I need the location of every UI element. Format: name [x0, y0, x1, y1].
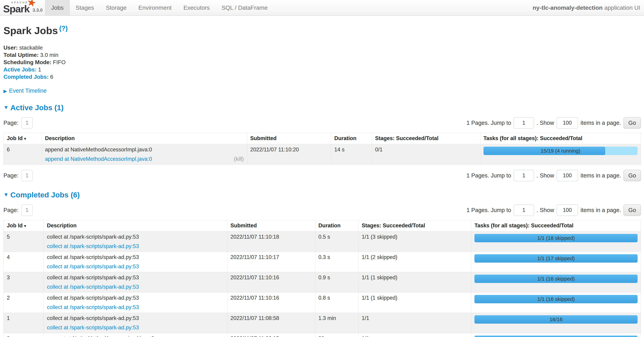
job-description-link[interactable]: collect at /spark-scripts/spark-ad.py:53: [47, 324, 139, 331]
job-submitted-cell: 2022/11/07 11:08:15: [227, 333, 315, 337]
column-stages[interactable]: Stages: Succeeded/Total: [358, 220, 471, 232]
nav-tab-sql-dataframe[interactable]: SQL / DataFrame: [216, 0, 274, 15]
nav-tab-jobs[interactable]: Jobs: [45, 0, 70, 15]
collapsed-arrow-icon: ▶: [4, 88, 7, 94]
page-number-input[interactable]: [21, 170, 33, 181]
job-submitted-cell: 2022/11/07 11:10:16: [227, 293, 315, 313]
page-number-input[interactable]: [21, 117, 33, 129]
jump-to-input[interactable]: [514, 204, 534, 216]
job-duration-cell: 0.9 s: [315, 272, 358, 293]
job-duration-cell: 14 s: [331, 144, 372, 165]
tasks-progress-bar: 1/1 (17 skipped): [474, 254, 638, 263]
summary-label-link[interactable]: Completed Jobs:: [4, 74, 49, 80]
nav-tab-executors[interactable]: Executors: [178, 0, 216, 15]
job-description-line2: collect at /spark-scripts/spark-ad.py:53: [47, 304, 224, 311]
kill-link[interactable]: (kill): [234, 156, 244, 162]
job-description-text: parquet at NativeMethodAccessorImpl.java…: [47, 335, 224, 337]
pages-jump-text: 1 Pages. Jump to: [466, 120, 511, 126]
event-timeline-toggle[interactable]: ▶Event Timeline: [4, 87, 641, 94]
table-header-row: Job Id▾DescriptionSubmittedDurationStage…: [4, 220, 641, 232]
column-job-id[interactable]: Job Id▾: [4, 133, 42, 144]
nav-tab-storage[interactable]: Storage: [100, 0, 132, 15]
job-stages-cell: 1/1 (3 skipped): [358, 232, 471, 252]
job-summary-list: User: stackableTotal Uptime: 3.0 minSche…: [4, 44, 641, 80]
jump-to-input[interactable]: [514, 170, 534, 181]
column-job-id[interactable]: Job Id▾: [4, 220, 44, 232]
completed-jobs-header[interactable]: ▼Completed Jobs (6): [4, 191, 641, 199]
job-description-cell: collect at /spark-scripts/spark-ad.py:53…: [44, 272, 227, 293]
job-tasks-cell: 1/1 (18 skipped): [471, 232, 641, 252]
job-description-link[interactable]: collect at /spark-scripts/spark-ad.py:53: [47, 263, 139, 270]
column-stages[interactable]: Stages: Succeeded/Total: [372, 133, 480, 144]
job-tasks-cell: 1/1 (16 skipped): [471, 293, 641, 313]
job-description-link[interactable]: collect at /spark-scripts/spark-ad.py:53: [47, 304, 139, 311]
tasks-progress-bar: 1/1 (16 skipped): [474, 275, 638, 283]
job-submitted-cell: 2022/11/07 11:10:17: [227, 252, 315, 272]
pagination-row: Page:1 Pages. Jump to. Showitems in a pa…: [4, 117, 641, 129]
job-description-line2: collect at /spark-scripts/spark-ad.py:53: [47, 284, 224, 290]
pagination-row: Page:1 Pages. Jump to. Showitems in a pa…: [4, 170, 641, 181]
items-per-page-input[interactable]: [556, 170, 578, 181]
column-duration[interactable]: Duration: [315, 220, 358, 232]
spark-logo: APACHE Spark ★ 3.3.0: [0, 0, 45, 15]
job-description-link[interactable]: append at NativeMethodAccessorImpl.java:…: [45, 156, 152, 162]
page-title-text: Spark Jobs: [4, 25, 58, 36]
go-button[interactable]: Go: [624, 170, 641, 181]
summary-value: 1: [38, 66, 41, 73]
items-in-page-text: items in a page.: [580, 120, 621, 126]
active-jobs-header[interactable]: ▼Active Jobs (1): [4, 103, 641, 112]
event-timeline-label: Event Timeline: [9, 87, 46, 94]
job-description-text: collect at /spark-scripts/spark-ad.py:53: [47, 315, 224, 322]
summary-label-link[interactable]: Active Jobs:: [4, 66, 36, 73]
progress-label: 1/1 (16 skipped): [474, 275, 638, 283]
active-jobs-table: Job Id▾DescriptionSubmittedDurationStage…: [4, 133, 641, 165]
column-description[interactable]: Description: [44, 220, 227, 232]
job-id-cell: 6: [4, 144, 42, 165]
summary-item: Active Jobs: 1: [4, 66, 641, 73]
progress-label: 16/16: [474, 315, 638, 324]
go-button[interactable]: Go: [624, 204, 641, 216]
column-submitted[interactable]: Submitted: [247, 133, 331, 144]
job-description-text: append at NativeMethodAccessorImpl.java:…: [45, 146, 244, 153]
go-button[interactable]: Go: [624, 117, 641, 129]
application-ui-suffix: application UI: [604, 4, 640, 11]
pages-jump-text: 1 Pages. Jump to: [466, 207, 511, 213]
nav-tab-stages[interactable]: Stages: [70, 0, 100, 15]
table-row: 5collect at /spark-scripts/spark-ad.py:5…: [4, 232, 641, 252]
items-per-page-input[interactable]: [556, 117, 578, 129]
jump-to-input[interactable]: [514, 117, 534, 129]
column-submitted[interactable]: Submitted: [227, 220, 315, 232]
column-tasks[interactable]: Tasks (for all stages): Succeeded/Total: [471, 220, 641, 232]
tasks-progress-bar: 15/19 (4 running): [484, 147, 638, 155]
nav-tab-environment[interactable]: Environment: [132, 0, 178, 15]
items-per-page-input[interactable]: [556, 204, 578, 216]
job-stages-cell: 1/1 (1 skipped): [358, 293, 471, 313]
job-description-link[interactable]: collect at /spark-scripts/spark-ad.py:53: [47, 284, 139, 290]
job-submitted-cell: 2022/11/07 11:08:58: [227, 313, 315, 333]
job-stages-cell: 1/1: [358, 313, 471, 333]
expanded-arrow-icon: ▼: [4, 192, 9, 197]
job-description-cell: collect at /spark-scripts/spark-ad.py:53…: [44, 313, 227, 333]
job-description-cell: collect at /spark-scripts/spark-ad.py:53…: [44, 232, 227, 252]
column-tasks[interactable]: Tasks (for all stages): Succeeded/Total: [480, 133, 641, 144]
job-description-link[interactable]: collect at /spark-scripts/spark-ad.py:53: [47, 243, 139, 250]
job-duration-cell: 0.3 s: [315, 252, 358, 272]
job-id-cell: 2: [4, 293, 44, 313]
summary-label: User:: [4, 44, 18, 51]
sort-desc-icon: ▾: [24, 136, 26, 141]
help-link[interactable]: (?): [59, 25, 68, 32]
job-description-text: collect at /spark-scripts/spark-ad.py:53: [47, 295, 224, 301]
pages-jump-text: 1 Pages. Jump to: [466, 172, 511, 179]
pagination-right: 1 Pages. Jump to. Showitems in a page.Go: [466, 117, 641, 129]
job-tasks-cell: 1/1 (16 skipped): [471, 272, 641, 293]
column-duration[interactable]: Duration: [331, 133, 372, 144]
completed-jobs-header-label: Completed Jobs (6): [10, 191, 80, 199]
top-navbar: APACHE Spark ★ 3.3.0 JobsStagesStorageEn…: [0, 0, 644, 16]
page-number-input[interactable]: [21, 204, 33, 216]
table-row: 1collect at /spark-scripts/spark-ad.py:5…: [4, 313, 641, 333]
summary-value: FIFO: [53, 59, 66, 65]
show-text: . Show: [536, 120, 554, 126]
column-description[interactable]: Description: [42, 133, 247, 144]
job-submitted-cell: 2022/11/07 11:10:16: [227, 272, 315, 293]
progress-label: 1/1: [474, 336, 638, 337]
